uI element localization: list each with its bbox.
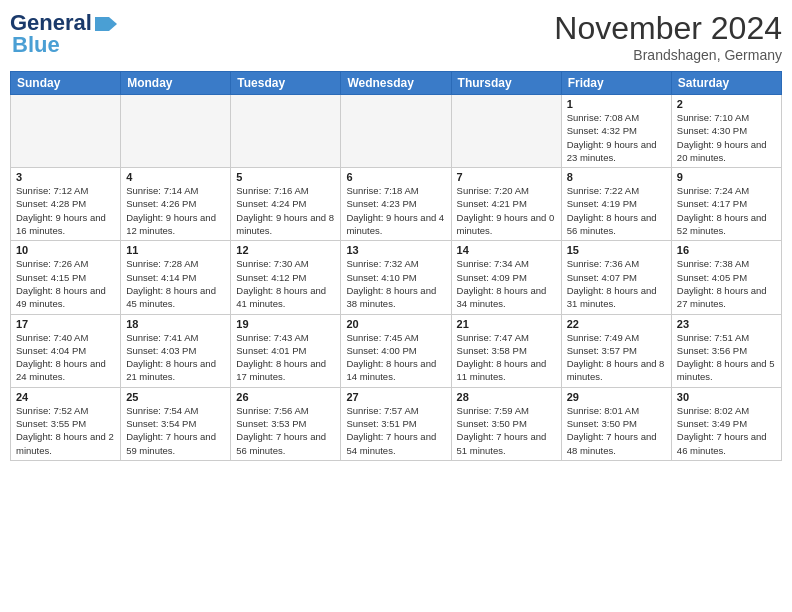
day-info: Sunrise: 7:36 AM Sunset: 4:07 PM Dayligh… xyxy=(567,257,666,310)
day-number: 20 xyxy=(346,318,445,330)
calendar-cell: 23Sunrise: 7:51 AM Sunset: 3:56 PM Dayli… xyxy=(671,314,781,387)
day-info: Sunrise: 7:51 AM Sunset: 3:56 PM Dayligh… xyxy=(677,331,776,384)
calendar-cell: 21Sunrise: 7:47 AM Sunset: 3:58 PM Dayli… xyxy=(451,314,561,387)
day-number: 9 xyxy=(677,171,776,183)
day-number: 18 xyxy=(126,318,225,330)
weekday-header-tuesday: Tuesday xyxy=(231,72,341,95)
day-number: 7 xyxy=(457,171,556,183)
calendar-cell: 22Sunrise: 7:49 AM Sunset: 3:57 PM Dayli… xyxy=(561,314,671,387)
day-number: 16 xyxy=(677,244,776,256)
day-info: Sunrise: 7:43 AM Sunset: 4:01 PM Dayligh… xyxy=(236,331,335,384)
day-number: 23 xyxy=(677,318,776,330)
day-number: 1 xyxy=(567,98,666,110)
calendar-cell: 16Sunrise: 7:38 AM Sunset: 4:05 PM Dayli… xyxy=(671,241,781,314)
weekday-header-sunday: Sunday xyxy=(11,72,121,95)
day-number: 25 xyxy=(126,391,225,403)
day-number: 24 xyxy=(16,391,115,403)
calendar-cell: 13Sunrise: 7:32 AM Sunset: 4:10 PM Dayli… xyxy=(341,241,451,314)
day-info: Sunrise: 7:26 AM Sunset: 4:15 PM Dayligh… xyxy=(16,257,115,310)
calendar-cell: 4Sunrise: 7:14 AM Sunset: 4:26 PM Daylig… xyxy=(121,168,231,241)
calendar-week-3: 17Sunrise: 7:40 AM Sunset: 4:04 PM Dayli… xyxy=(11,314,782,387)
calendar-cell: 25Sunrise: 7:54 AM Sunset: 3:54 PM Dayli… xyxy=(121,387,231,460)
day-info: Sunrise: 7:34 AM Sunset: 4:09 PM Dayligh… xyxy=(457,257,556,310)
day-number: 5 xyxy=(236,171,335,183)
day-number: 17 xyxy=(16,318,115,330)
day-info: Sunrise: 7:14 AM Sunset: 4:26 PM Dayligh… xyxy=(126,184,225,237)
day-number: 14 xyxy=(457,244,556,256)
title-section: November 2024 Brandshagen, Germany xyxy=(554,10,782,63)
day-number: 10 xyxy=(16,244,115,256)
calendar-cell: 5Sunrise: 7:16 AM Sunset: 4:24 PM Daylig… xyxy=(231,168,341,241)
calendar-week-0: 1Sunrise: 7:08 AM Sunset: 4:32 PM Daylig… xyxy=(11,95,782,168)
day-number: 28 xyxy=(457,391,556,403)
calendar-cell: 28Sunrise: 7:59 AM Sunset: 3:50 PM Dayli… xyxy=(451,387,561,460)
day-info: Sunrise: 7:40 AM Sunset: 4:04 PM Dayligh… xyxy=(16,331,115,384)
day-info: Sunrise: 7:30 AM Sunset: 4:12 PM Dayligh… xyxy=(236,257,335,310)
calendar-cell xyxy=(121,95,231,168)
calendar-cell: 19Sunrise: 7:43 AM Sunset: 4:01 PM Dayli… xyxy=(231,314,341,387)
location: Brandshagen, Germany xyxy=(554,47,782,63)
calendar-cell: 29Sunrise: 8:01 AM Sunset: 3:50 PM Dayli… xyxy=(561,387,671,460)
day-info: Sunrise: 7:08 AM Sunset: 4:32 PM Dayligh… xyxy=(567,111,666,164)
day-info: Sunrise: 8:02 AM Sunset: 3:49 PM Dayligh… xyxy=(677,404,776,457)
weekday-header-thursday: Thursday xyxy=(451,72,561,95)
calendar-cell: 7Sunrise: 7:20 AM Sunset: 4:21 PM Daylig… xyxy=(451,168,561,241)
day-info: Sunrise: 7:47 AM Sunset: 3:58 PM Dayligh… xyxy=(457,331,556,384)
calendar-cell: 24Sunrise: 7:52 AM Sunset: 3:55 PM Dayli… xyxy=(11,387,121,460)
calendar-cell: 14Sunrise: 7:34 AM Sunset: 4:09 PM Dayli… xyxy=(451,241,561,314)
day-info: Sunrise: 7:52 AM Sunset: 3:55 PM Dayligh… xyxy=(16,404,115,457)
calendar-cell: 11Sunrise: 7:28 AM Sunset: 4:14 PM Dayli… xyxy=(121,241,231,314)
day-number: 29 xyxy=(567,391,666,403)
day-info: Sunrise: 7:57 AM Sunset: 3:51 PM Dayligh… xyxy=(346,404,445,457)
logo-icon xyxy=(95,15,117,33)
day-info: Sunrise: 7:20 AM Sunset: 4:21 PM Dayligh… xyxy=(457,184,556,237)
weekday-header-row: SundayMondayTuesdayWednesdayThursdayFrid… xyxy=(11,72,782,95)
day-info: Sunrise: 7:38 AM Sunset: 4:05 PM Dayligh… xyxy=(677,257,776,310)
day-info: Sunrise: 7:22 AM Sunset: 4:19 PM Dayligh… xyxy=(567,184,666,237)
day-number: 8 xyxy=(567,171,666,183)
header: General Blue November 2024 Brandshagen, … xyxy=(10,10,782,63)
calendar-cell: 26Sunrise: 7:56 AM Sunset: 3:53 PM Dayli… xyxy=(231,387,341,460)
page: General Blue November 2024 Brandshagen, … xyxy=(0,0,792,612)
day-number: 30 xyxy=(677,391,776,403)
day-info: Sunrise: 7:10 AM Sunset: 4:30 PM Dayligh… xyxy=(677,111,776,164)
weekday-header-wednesday: Wednesday xyxy=(341,72,451,95)
day-number: 27 xyxy=(346,391,445,403)
calendar-cell: 8Sunrise: 7:22 AM Sunset: 4:19 PM Daylig… xyxy=(561,168,671,241)
day-number: 12 xyxy=(236,244,335,256)
calendar-cell: 9Sunrise: 7:24 AM Sunset: 4:17 PM Daylig… xyxy=(671,168,781,241)
weekday-header-monday: Monday xyxy=(121,72,231,95)
calendar-table: SundayMondayTuesdayWednesdayThursdayFrid… xyxy=(10,71,782,461)
logo: General Blue xyxy=(10,10,117,58)
day-number: 21 xyxy=(457,318,556,330)
day-number: 3 xyxy=(16,171,115,183)
day-number: 19 xyxy=(236,318,335,330)
svg-marker-0 xyxy=(95,17,117,31)
logo-blue: Blue xyxy=(12,32,60,58)
day-number: 13 xyxy=(346,244,445,256)
calendar-cell xyxy=(11,95,121,168)
calendar-cell: 6Sunrise: 7:18 AM Sunset: 4:23 PM Daylig… xyxy=(341,168,451,241)
calendar-week-1: 3Sunrise: 7:12 AM Sunset: 4:28 PM Daylig… xyxy=(11,168,782,241)
calendar-cell: 15Sunrise: 7:36 AM Sunset: 4:07 PM Dayli… xyxy=(561,241,671,314)
day-info: Sunrise: 7:28 AM Sunset: 4:14 PM Dayligh… xyxy=(126,257,225,310)
calendar-cell: 12Sunrise: 7:30 AM Sunset: 4:12 PM Dayli… xyxy=(231,241,341,314)
calendar-cell: 3Sunrise: 7:12 AM Sunset: 4:28 PM Daylig… xyxy=(11,168,121,241)
day-info: Sunrise: 7:56 AM Sunset: 3:53 PM Dayligh… xyxy=(236,404,335,457)
calendar-cell: 17Sunrise: 7:40 AM Sunset: 4:04 PM Dayli… xyxy=(11,314,121,387)
day-info: Sunrise: 8:01 AM Sunset: 3:50 PM Dayligh… xyxy=(567,404,666,457)
calendar-cell: 1Sunrise: 7:08 AM Sunset: 4:32 PM Daylig… xyxy=(561,95,671,168)
day-info: Sunrise: 7:18 AM Sunset: 4:23 PM Dayligh… xyxy=(346,184,445,237)
day-number: 2 xyxy=(677,98,776,110)
calendar-week-2: 10Sunrise: 7:26 AM Sunset: 4:15 PM Dayli… xyxy=(11,241,782,314)
calendar-week-4: 24Sunrise: 7:52 AM Sunset: 3:55 PM Dayli… xyxy=(11,387,782,460)
calendar-cell: 10Sunrise: 7:26 AM Sunset: 4:15 PM Dayli… xyxy=(11,241,121,314)
day-number: 4 xyxy=(126,171,225,183)
day-number: 22 xyxy=(567,318,666,330)
calendar-cell: 30Sunrise: 8:02 AM Sunset: 3:49 PM Dayli… xyxy=(671,387,781,460)
day-info: Sunrise: 7:54 AM Sunset: 3:54 PM Dayligh… xyxy=(126,404,225,457)
calendar-cell xyxy=(231,95,341,168)
month-title: November 2024 xyxy=(554,10,782,47)
day-number: 6 xyxy=(346,171,445,183)
calendar-cell: 18Sunrise: 7:41 AM Sunset: 4:03 PM Dayli… xyxy=(121,314,231,387)
